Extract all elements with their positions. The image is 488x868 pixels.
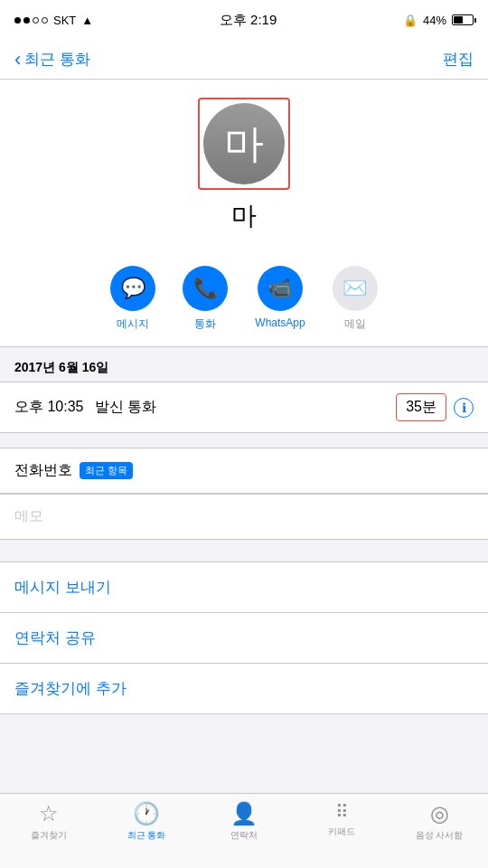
whatsapp-button[interactable]: 📹 WhatsApp [255, 266, 305, 332]
phone-icon: 📞 [183, 266, 228, 311]
call-button[interactable]: 📞 통화 [183, 266, 228, 332]
tab-keypad[interactable]: ⠿ 키패드 [293, 801, 390, 838]
tab-voicemail-label: 음성 사서함 [416, 829, 464, 842]
tab-recents[interactable]: 🕐 최근 통화 [98, 801, 195, 842]
signal-dot-3 [33, 17, 39, 24]
share-contact-label: 연락처 공유 [14, 629, 96, 646]
edit-button[interactable]: 편집 [443, 49, 474, 70]
tab-keypad-label: 키패드 [328, 826, 355, 838]
status-left: SKT ▲ [14, 14, 93, 27]
profile-section: 마 마 [0, 80, 488, 257]
battery-icon [452, 14, 474, 25]
battery-fill [454, 16, 463, 24]
chevron-left-icon: ‹ [14, 50, 21, 70]
whatsapp-icon: 📹 [258, 266, 303, 311]
mail-label: 메일 [344, 316, 366, 332]
call-info-button[interactable]: ℹ [454, 398, 474, 418]
memo-row[interactable]: 메모 [0, 494, 488, 540]
mail-icon: ✉️ [333, 266, 378, 311]
add-favorite-label: 즐겨찾기에 추가 [14, 680, 127, 697]
call-duration-box: 35분 [396, 393, 446, 421]
action-list: 메시지 보내기 연락처 공유 즐겨찾기에 추가 [0, 561, 488, 714]
add-favorite-item[interactable]: 즐겨찾기에 추가 [0, 664, 488, 714]
battery-percent: 44% [423, 14, 446, 27]
signal-dot-4 [42, 17, 48, 24]
call-label: 통화 [194, 316, 216, 332]
call-row: 오후 10:35 발신 통화 35분 ℹ [0, 382, 488, 433]
status-time: 오후 2:19 [220, 12, 277, 29]
tab-favorites-label: 즐겨찾기 [31, 829, 67, 842]
share-contact-item[interactable]: 연락처 공유 [0, 613, 488, 664]
tab-bar: ☆ 즐겨찾기 🕐 최근 통화 👤 연락처 ⠿ 키패드 ◎ 음성 사서함 [0, 793, 488, 868]
back-button[interactable]: ‹ 최근 통화 [14, 49, 90, 70]
carrier-label: SKT [53, 14, 76, 27]
avatar-wrapper: 마 [198, 98, 290, 190]
memo-placeholder: 메모 [14, 508, 43, 524]
keypad-icon: ⠿ [335, 801, 348, 823]
phone-row: 전화번호 최근 항목 [0, 448, 488, 494]
message-button[interactable]: 💬 메시지 [110, 266, 155, 332]
signal-dot-1 [14, 17, 21, 24]
whatsapp-label: WhatsApp [255, 316, 305, 329]
tab-contacts[interactable]: 👤 연락처 [195, 801, 293, 842]
tab-recents-label: 최근 통화 [127, 829, 166, 842]
wifi-icon: ▲ [81, 14, 93, 27]
tab-favorites[interactable]: ☆ 즐겨찾기 [0, 801, 98, 842]
tab-voicemail[interactable]: ◎ 음성 사서함 [390, 801, 488, 842]
mail-button[interactable]: ✉️ 메일 [333, 266, 378, 332]
message-label: 메시지 [117, 316, 149, 332]
contact-name: 마 [231, 199, 257, 233]
send-message-item[interactable]: 메시지 보내기 [0, 562, 488, 613]
call-info: 오후 10:35 발신 통화 [14, 398, 396, 417]
lock-icon: 🔒 [403, 14, 418, 27]
star-icon: ☆ [39, 801, 59, 826]
back-label: 최근 통화 [24, 49, 90, 70]
status-right: 🔒 44% [403, 14, 474, 27]
send-message-label: 메시지 보내기 [14, 579, 111, 596]
phone-label: 전화번호 [14, 461, 72, 480]
signal-dots [14, 17, 48, 24]
action-buttons: 💬 메시지 📞 통화 📹 WhatsApp ✉️ 메일 [0, 257, 488, 347]
avatar-char: 마 [224, 118, 264, 171]
section-date: 2017년 6월 16일 [0, 347, 488, 382]
clock-icon: 🕐 [133, 801, 160, 826]
avatar: 마 [203, 103, 285, 184]
tab-contacts-label: 연락처 [230, 829, 258, 842]
call-time: 오후 10:35 [14, 399, 83, 414]
nav-bar: ‹ 최근 통화 편집 [0, 40, 488, 80]
recent-badge: 최근 항목 [80, 462, 133, 479]
person-icon: 👤 [230, 801, 258, 826]
voicemail-icon: ◎ [430, 801, 449, 826]
call-type: 발신 통화 [95, 399, 156, 414]
signal-dot-2 [23, 17, 30, 24]
message-icon: 💬 [110, 266, 155, 311]
status-bar: SKT ▲ 오후 2:19 🔒 44% [0, 0, 488, 40]
